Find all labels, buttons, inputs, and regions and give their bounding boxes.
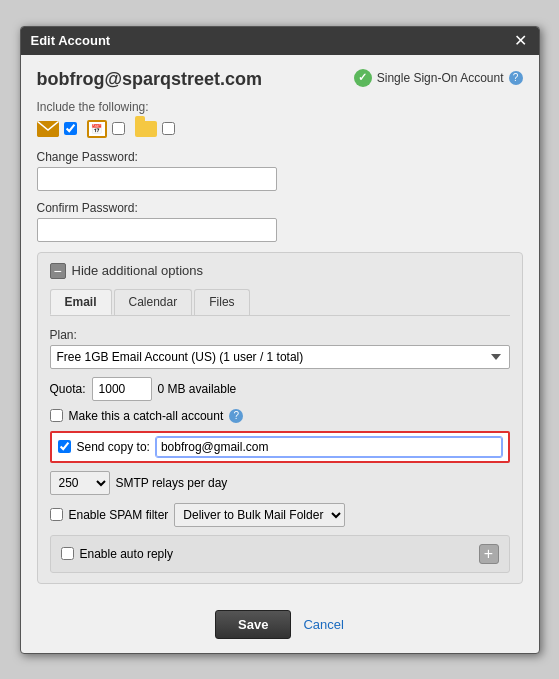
- modal-footer: Save Cancel: [21, 598, 539, 653]
- auto-reply-checkbox[interactable]: [61, 547, 74, 560]
- quota-row: Quota: 0 MB available: [50, 377, 510, 401]
- smtp-label: SMTP relays per day: [116, 476, 228, 490]
- hide-options-button[interactable]: −: [50, 263, 66, 279]
- spam-row: Enable SPAM filter Deliver to Bulk Mail …: [50, 503, 510, 527]
- tab-files[interactable]: Files: [194, 289, 249, 315]
- save-button[interactable]: Save: [215, 610, 291, 639]
- smtp-select[interactable]: 250: [50, 471, 110, 495]
- auto-reply-expand-button[interactable]: +: [479, 544, 499, 564]
- include-icons-row: 📅: [37, 120, 523, 138]
- tab-email[interactable]: Email: [50, 289, 112, 315]
- tabs-row: Email Calendar Files: [50, 289, 510, 316]
- spam-filter-select[interactable]: Deliver to Bulk Mail Folder: [174, 503, 345, 527]
- modal-body: bobfrog@sparqstreet.com ✓ Single Sign-On…: [21, 55, 539, 598]
- send-copy-checkbox[interactable]: [58, 440, 71, 453]
- auto-reply-row: Enable auto reply +: [50, 535, 510, 573]
- confirm-password-input[interactable]: [37, 218, 277, 242]
- plan-label: Plan:: [50, 328, 510, 342]
- catch-all-row: Make this a catch-all account ?: [50, 409, 510, 423]
- change-password-label: Change Password:: [37, 150, 523, 164]
- tab-calendar[interactable]: Calendar: [114, 289, 193, 315]
- send-copy-input[interactable]: [156, 437, 502, 457]
- confirm-password-label: Confirm Password:: [37, 201, 523, 215]
- email-include-item: [37, 121, 77, 137]
- sso-label: Single Sign-On Account: [377, 71, 504, 85]
- confirm-password-row: Confirm Password:: [37, 201, 523, 242]
- account-header: bobfrog@sparqstreet.com ✓ Single Sign-On…: [37, 69, 523, 90]
- sso-badge: ✓ Single Sign-On Account ?: [354, 69, 523, 87]
- auto-reply-label: Enable auto reply: [80, 547, 173, 561]
- send-copy-row: Send copy to:: [50, 431, 510, 463]
- modal-title: Edit Account: [31, 33, 111, 48]
- plan-select[interactable]: Free 1GB Email Account (US) (1 user / 1 …: [50, 345, 510, 369]
- cancel-link[interactable]: Cancel: [303, 617, 343, 632]
- plan-row: Plan: Free 1GB Email Account (US) (1 use…: [50, 328, 510, 369]
- calendar-icon: 📅: [91, 124, 102, 134]
- additional-options-panel: − Hide additional options Email Calendar…: [37, 252, 523, 584]
- email-icon: [37, 121, 59, 137]
- account-email: bobfrog@sparqstreet.com: [37, 69, 263, 90]
- folder-checkbox[interactable]: [162, 122, 175, 135]
- smtp-row: 250 SMTP relays per day: [50, 471, 510, 495]
- folder-include-item: [135, 121, 175, 137]
- spam-filter-checkbox[interactable]: [50, 508, 63, 521]
- quota-input[interactable]: [92, 377, 152, 401]
- sso-help-icon[interactable]: ?: [509, 71, 523, 85]
- sso-checkmark-icon: ✓: [354, 69, 372, 87]
- calendar-include-item: 📅: [87, 120, 125, 138]
- send-copy-label: Send copy to:: [77, 440, 150, 454]
- catch-all-help-icon[interactable]: ?: [229, 409, 243, 423]
- calendar-checkbox[interactable]: [112, 122, 125, 135]
- close-button[interactable]: ✕: [512, 33, 529, 49]
- quota-available: 0 MB available: [158, 382, 237, 396]
- catch-all-label: Make this a catch-all account: [69, 409, 224, 423]
- edit-account-modal: Edit Account ✕ bobfrog@sparqstreet.com ✓…: [20, 26, 540, 654]
- email-checkbox[interactable]: [64, 122, 77, 135]
- change-password-input[interactable]: [37, 167, 277, 191]
- auto-reply-left: Enable auto reply: [61, 547, 173, 561]
- hide-options-label: Hide additional options: [72, 263, 204, 278]
- hide-options-row: − Hide additional options: [50, 263, 510, 279]
- quota-label: Quota:: [50, 382, 86, 396]
- spam-filter-label: Enable SPAM filter: [69, 508, 169, 522]
- change-password-row: Change Password:: [37, 150, 523, 191]
- include-label: Include the following:: [37, 100, 523, 114]
- modal-titlebar: Edit Account ✕: [21, 27, 539, 55]
- catch-all-checkbox[interactable]: [50, 409, 63, 422]
